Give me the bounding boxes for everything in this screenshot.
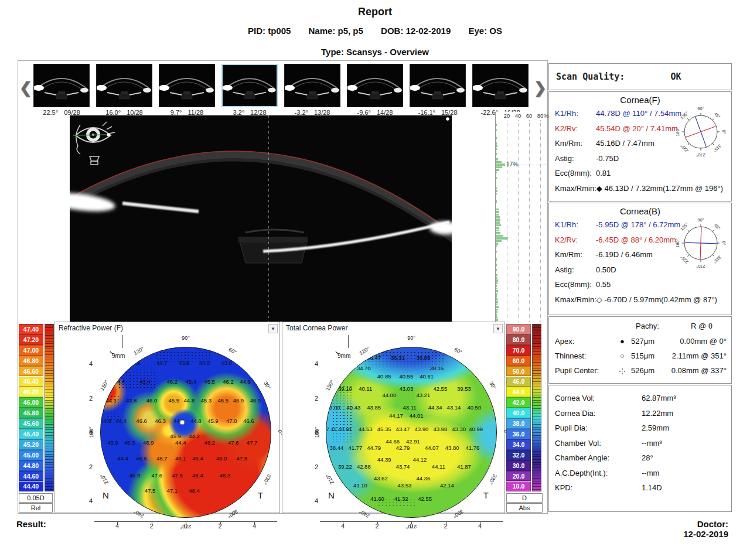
pachy-r-theta: 0.08mm @ 337°: [671, 366, 727, 375]
measurement-label: K1/Rh:: [555, 217, 596, 233]
map-point-value: 48.3: [219, 472, 230, 478]
scale-value-cell: 70.0: [506, 345, 531, 356]
total-power-scale-gradient: [532, 324, 541, 491]
histogram-gridline: [540, 120, 541, 322]
map-angle-label: 210°: [99, 473, 110, 486]
next-scans-arrow-icon[interactable]: ❯: [535, 71, 546, 104]
scan-thumbnail-cell: 9.7°11/28: [159, 64, 215, 117]
histogram-bar: [496, 140, 496, 142]
cornea-front-panel: Cornea(F) K1/Rh:44.78D @ 110° / 7.54mmK2…: [548, 91, 732, 202]
map-point-value: 40.51: [420, 373, 434, 380]
map-angle-label: 330°: [488, 473, 498, 486]
histogram-bar: [496, 267, 496, 269]
axis-tick-mark: [254, 522, 255, 524]
map-y-axis-tick: 2: [89, 463, 93, 470]
metric-row: KPD:1.14D: [549, 483, 731, 498]
map-point-value: 46.2: [204, 439, 215, 446]
total-power-scale-mode[interactable]: Abs: [506, 503, 543, 513]
map-point-value: 46.6: [243, 417, 254, 424]
report-type-line: Type: Scansys - Overview: [0, 47, 750, 57]
histogram-bar: [496, 169, 499, 171]
metric-label: Chamber Angle:: [555, 453, 609, 462]
measurement-label: Km/Rm:: [555, 136, 596, 151]
map-angle-label: 300°: [452, 508, 465, 519]
histogram-bar: [496, 306, 499, 308]
histogram-bar: [496, 311, 497, 313]
scale-value-cell: 36.0: [506, 429, 531, 439]
scan-thumbnail[interactable]: [159, 64, 215, 107]
map-point-value: 44.39: [377, 456, 391, 463]
scan-thumbnail[interactable]: [221, 64, 278, 107]
map-point-value: 48.4: [192, 472, 203, 478]
map-angle-label: 210°: [325, 473, 335, 486]
histogram-bar: [496, 132, 496, 134]
scale-value-cell: 45.60: [19, 418, 43, 429]
map-point-value: 44.4: [175, 439, 186, 446]
metric-value: 12.22mm: [642, 409, 673, 418]
apex-marker: [180, 419, 185, 425]
previous-scans-arrow-icon[interactable]: ❮: [21, 71, 31, 104]
histogram-bar: [496, 172, 497, 174]
histogram-bar: [496, 124, 497, 127]
total-power-map-dropdown-icon[interactable]: ▼: [493, 324, 503, 333]
histogram-bar: [496, 253, 496, 255]
histogram-bar: [496, 145, 497, 148]
map-point-value: 44.17: [389, 412, 403, 419]
map-point-value: 43.30: [452, 426, 466, 432]
thumbnail-row: 22.5°09/2816.0°10/289.7°11/283.2°12/28-3…: [33, 64, 533, 117]
map-point-value: 44.00: [382, 392, 396, 398]
map-point-value: 39.00: [326, 404, 340, 410]
map-point-value: 44.6: [240, 378, 251, 385]
nasal-corner-label: N: [103, 490, 109, 500]
histogram-bar: [496, 248, 496, 250]
histogram-bar: [496, 200, 497, 203]
total-cornea-power-map-panel: Total Cornea Power ▼ 36.4736.3136.8534.7…: [282, 322, 505, 513]
histogram-bar: [496, 195, 496, 197]
scale-value-cell: 60.0: [506, 356, 531, 366]
pachy-value: 527μm: [631, 337, 654, 346]
histogram-bar: [496, 243, 498, 245]
scale-value-cell: 10.0: [506, 482, 531, 492]
axis-tick-mark: [446, 522, 446, 524]
map-point-value: 43.11: [403, 404, 417, 410]
scale-value-cell: 47.00: [19, 345, 43, 356]
scan-thumbnail[interactable]: [33, 64, 90, 107]
metric-value: 28°: [642, 453, 653, 462]
histogram-guide-line: [496, 165, 546, 165]
histogram-bar: [496, 121, 496, 124]
map-point-value: 44.7: [156, 360, 168, 366]
refractive-map-dropdown-icon[interactable]: ▼: [268, 324, 278, 333]
scan-thumbnail[interactable]: [472, 64, 529, 107]
measurement-row: Ecc(8mm):0.81: [549, 166, 731, 181]
map-y-axis-tick: 0: [89, 429, 93, 436]
scan-thumbnail[interactable]: [347, 64, 403, 107]
svg-text:45°: 45°: [713, 111, 721, 119]
map-point-value: 41.60: [370, 496, 384, 502]
scale-value-cell: 46.00: [19, 397, 43, 408]
histogram-bar: [496, 214, 499, 216]
map-point-value: 45.9: [170, 432, 181, 439]
histogram-bar: [496, 301, 498, 303]
histogram-bar: [496, 316, 497, 319]
histogram-axis-label: 20: [504, 112, 510, 119]
scan-thumbnail[interactable]: [96, 64, 152, 107]
histogram-bar: [496, 142, 497, 145]
map-angle-label: 150°: [99, 379, 110, 391]
measurement-label: Kmax/Rmin:: [555, 181, 596, 196]
scan-thumbnail[interactable]: [410, 64, 466, 107]
histogram-bar: [496, 203, 496, 206]
metric-row: Cornea Vol:62.87mm³: [549, 394, 731, 408]
cornea-back-title: Cornea(B): [549, 203, 731, 216]
histogram-bar: [496, 137, 497, 139]
map-point-value: 45.35: [377, 426, 391, 432]
cornea-back-axis-dial: 90°45°0°315°270°225°180°135°: [673, 216, 729, 270]
histogram-bar: [496, 158, 498, 161]
scan-thumbnail[interactable]: [284, 64, 340, 107]
histogram-bar: [496, 261, 496, 264]
refractive-scale-mode[interactable]: Rel: [19, 503, 53, 513]
histogram-axis-label: %: [544, 112, 548, 119]
map-y-axis-line: [348, 335, 349, 348]
map-y-axis-tick: 4: [89, 497, 93, 504]
map-point-value: 43.4: [139, 378, 151, 385]
extrapolated-data-dots: [118, 363, 155, 390]
